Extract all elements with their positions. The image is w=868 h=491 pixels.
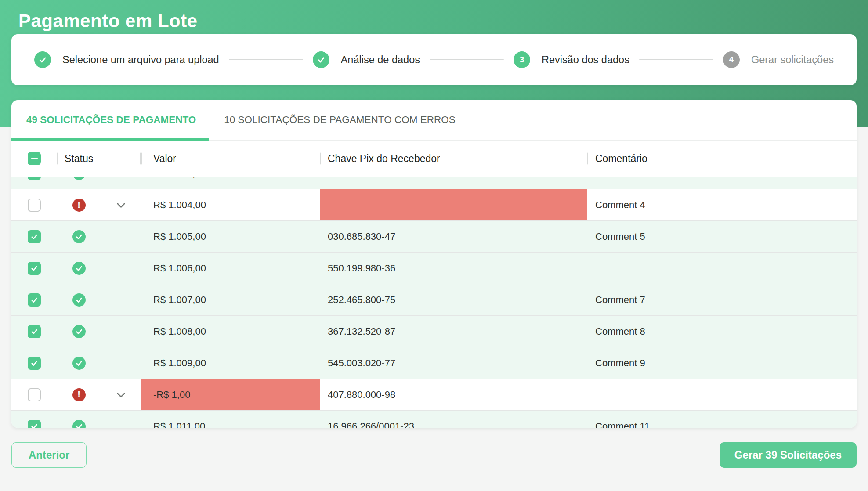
- expand-cell: [101, 347, 141, 379]
- comentario-cell: Comment 4: [587, 189, 856, 220]
- status-error-icon: !: [72, 388, 86, 401]
- header-chave-pix: Chave Pix do Recebedor: [320, 141, 587, 177]
- step-1-check-icon: [34, 51, 51, 68]
- expand-cell: [101, 284, 141, 315]
- step-3-label: Revisão dos dados: [542, 54, 629, 66]
- row-checkbox[interactable]: [28, 177, 41, 180]
- step-1-label: Selecione um arquivo para upload: [62, 54, 219, 66]
- row-checkbox[interactable]: [28, 262, 41, 275]
- checkbox-cell: [11, 284, 57, 315]
- step-3: 3 Revisão dos dados: [514, 51, 629, 68]
- status-cell: [57, 284, 101, 315]
- chave-pix-cell: 16.966.266/0001-23: [320, 411, 587, 428]
- table-row: !-R$ 1,00407.880.000-98: [11, 379, 857, 411]
- comentario-cell: Comment 8: [587, 316, 856, 347]
- comentario-cell: Comment 7: [587, 284, 856, 315]
- status-cell: [57, 253, 101, 284]
- expand-cell: [101, 189, 141, 220]
- comentario-cell: [587, 253, 856, 284]
- step-1: Selecione um arquivo para upload: [34, 51, 219, 68]
- checkbox-cell: [11, 411, 57, 428]
- step-2-label: Análise de dados: [341, 54, 420, 66]
- footer-actions: Anterior Gerar 39 Solicitações: [11, 442, 857, 468]
- generate-requests-button[interactable]: Gerar 39 Solicitações: [720, 442, 857, 468]
- step-4-number-badge: 4: [723, 51, 740, 68]
- expand-cell: [101, 221, 141, 252]
- select-all-checkbox[interactable]: [28, 152, 41, 165]
- row-checkbox[interactable]: [28, 357, 41, 370]
- chave-pix-cell: [320, 177, 587, 189]
- step-4-label: Gerar solicitações: [751, 54, 834, 66]
- chave-pix-cell: 550.199.980-36: [320, 253, 587, 284]
- valor-cell: R$ 1.003,00: [141, 177, 320, 189]
- table-row: R$ 1.003,00: [11, 177, 857, 189]
- row-checkbox[interactable]: [28, 199, 41, 212]
- row-checkbox[interactable]: [28, 420, 41, 428]
- chave-pix-cell: 252.465.800-75: [320, 284, 587, 315]
- row-checkbox[interactable]: [28, 230, 41, 243]
- step-3-number-badge: 3: [514, 51, 530, 68]
- row-checkbox[interactable]: [28, 325, 41, 338]
- chave-pix-cell: 030.685.830-47: [320, 221, 587, 252]
- payments-card: 49 SOLICITAÇÕES DE PAGAMENTO 10 SOLICITA…: [11, 100, 857, 428]
- table-rows: R$ 1.003,00!R$ 1.004,00Comment 4R$ 1.005…: [11, 177, 857, 428]
- row-checkbox[interactable]: [28, 388, 41, 401]
- valor-cell: -R$ 1,00: [141, 379, 320, 410]
- step-connector: [229, 59, 303, 60]
- table-header: Status Valor Chave Pix do Recebedor Come…: [11, 141, 857, 177]
- valor-cell: R$ 1.009,00: [141, 347, 320, 379]
- table-row: R$ 1.006,00550.199.980-36: [11, 253, 857, 284]
- status-cell: [57, 347, 101, 379]
- comentario-cell: [587, 379, 856, 410]
- status-success-icon: [72, 293, 86, 307]
- status-success-icon: [72, 357, 86, 370]
- tab-solicitacoes-com-erros[interactable]: 10 SOLICITAÇÕES DE PAGAMENTO COM ERROS: [209, 100, 468, 140]
- valor-cell: R$ 1.008,00: [141, 316, 320, 347]
- chevron-down-icon[interactable]: [116, 199, 126, 211]
- table-row: R$ 1.005,00030.685.830-47Comment 5: [11, 221, 857, 253]
- status-success-icon: [72, 262, 86, 275]
- header-status: Status: [57, 141, 101, 177]
- checkbox-cell: [11, 379, 57, 410]
- status-success-icon: [72, 420, 86, 428]
- status-cell: [57, 177, 101, 189]
- valor-cell: R$ 1.011,00: [141, 411, 320, 428]
- tab-solicitacoes[interactable]: 49 SOLICITAÇÕES DE PAGAMENTO: [11, 100, 209, 140]
- header-valor: Valor: [141, 141, 320, 177]
- table-row: R$ 1.008,00367.132.520-87Comment 8: [11, 316, 857, 347]
- checkbox-cell: [11, 177, 57, 189]
- checkbox-cell: [11, 221, 57, 252]
- checkbox-cell: [11, 316, 57, 347]
- status-success-icon: [72, 325, 86, 338]
- select-all-cell: [11, 152, 57, 165]
- step-2-check-icon: [313, 51, 329, 68]
- status-cell: [57, 411, 101, 428]
- header-expand-spacer: [101, 141, 141, 177]
- tab-bar: 49 SOLICITAÇÕES DE PAGAMENTO 10 SOLICITA…: [11, 100, 857, 141]
- expand-cell: [101, 411, 141, 428]
- row-checkbox[interactable]: [28, 293, 41, 307]
- status-success-icon: [72, 177, 86, 180]
- step-connector: [430, 59, 504, 60]
- previous-button[interactable]: Anterior: [11, 442, 87, 468]
- table-row: R$ 1.011,0016.966.266/0001-23Comment 11: [11, 411, 857, 428]
- comentario-cell: Comment 5: [587, 221, 856, 252]
- checkbox-cell: [11, 253, 57, 284]
- table-row: R$ 1.007,00252.465.800-75Comment 7: [11, 284, 857, 316]
- table-scroll-area[interactable]: R$ 1.003,00!R$ 1.004,00Comment 4R$ 1.005…: [11, 177, 857, 428]
- status-cell: [57, 316, 101, 347]
- chave-pix-cell: 407.880.000-98: [320, 379, 587, 410]
- chevron-down-icon[interactable]: [116, 389, 126, 401]
- step-2: Análise de dados: [313, 51, 420, 68]
- chave-pix-cell: 367.132.520-87: [320, 316, 587, 347]
- indeterminate-minus-icon: [31, 158, 38, 159]
- status-cell: !: [57, 379, 101, 410]
- table-row: !R$ 1.004,00Comment 4: [11, 189, 857, 221]
- table-row: R$ 1.009,00545.003.020-77Comment 9: [11, 347, 857, 379]
- step-4: 4 Gerar solicitações: [723, 51, 834, 68]
- expand-cell: [101, 177, 141, 189]
- stepper: Selecione um arquivo para upload Análise…: [11, 34, 857, 85]
- step-connector: [639, 59, 713, 60]
- header-comentario: Comentário: [587, 141, 856, 177]
- chave-pix-cell: 545.003.020-77: [320, 347, 587, 379]
